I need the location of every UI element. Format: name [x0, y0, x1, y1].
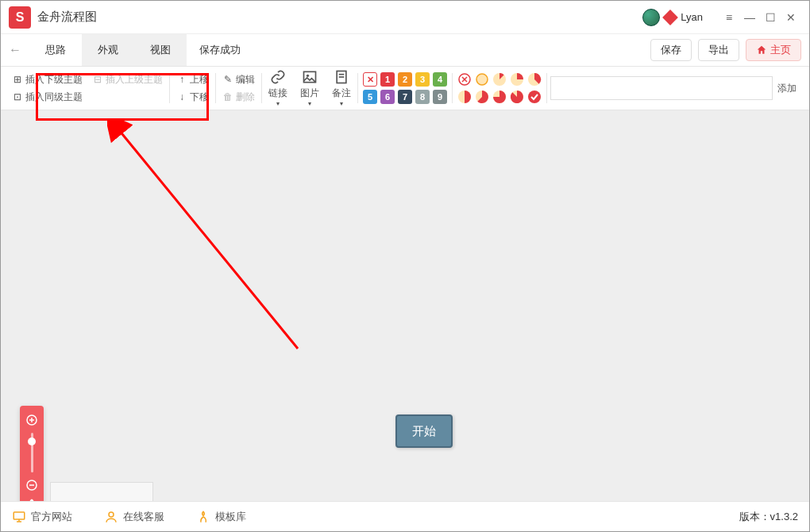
- toolbar: ⊞插入下级主题 ⊟插入上级主题 ⊡插入同级主题 ↑上移 ↓下移 ✎编辑 🗑删除 …: [1, 66, 809, 110]
- edit-icon: ✎: [222, 74, 233, 85]
- zoom-out-button[interactable]: [23, 476, 40, 494]
- up-arrow-icon: ↑: [176, 74, 187, 85]
- app-logo-icon: S: [9, 6, 31, 29]
- tab-mindmap[interactable]: 思路: [29, 34, 82, 66]
- footer: 官方网站 在线客服 模板库 版本：v1.3.2: [1, 501, 809, 531]
- progress-50-icon[interactable]: [457, 90, 472, 104]
- minimize-button[interactable]: —: [739, 7, 760, 28]
- progress-62-icon[interactable]: [475, 90, 489, 104]
- progress-circles: [453, 67, 546, 110]
- home-icon: [756, 44, 767, 56]
- badge-8[interactable]: 8: [415, 90, 430, 104]
- menu-icon[interactable]: ≡: [719, 7, 739, 28]
- progress-87-icon[interactable]: [510, 90, 524, 104]
- note-button[interactable]: 备注▾: [326, 67, 357, 110]
- main-tabs: 思路 外观 视图: [29, 34, 187, 66]
- version-label: 版本：v1.3.2: [739, 510, 798, 524]
- template-icon: [196, 510, 210, 524]
- progress-x-icon[interactable]: [457, 72, 472, 87]
- progress-37-icon[interactable]: [527, 72, 542, 87]
- badge-1[interactable]: 1: [380, 72, 395, 87]
- edit-group: ✎编辑 🗑删除: [216, 67, 261, 110]
- svg-point-6: [476, 74, 488, 85]
- template-library-link[interactable]: 模板库: [196, 510, 246, 524]
- save-button[interactable]: 保存: [650, 39, 692, 61]
- badge-2[interactable]: 2: [398, 72, 412, 87]
- customer-service-link[interactable]: 在线客服: [104, 510, 164, 524]
- search-area: 添加: [547, 67, 804, 110]
- tab-view[interactable]: 视图: [134, 34, 187, 66]
- add-label[interactable]: 添加: [773, 82, 801, 95]
- insert-sub-topic[interactable]: ⊞插入下级主题: [12, 71, 83, 88]
- home-button[interactable]: 主页: [746, 39, 801, 61]
- back-arrow-icon[interactable]: ←: [9, 43, 21, 57]
- sibling-topic-icon: ⊡: [12, 91, 23, 102]
- insert-sibling-topic[interactable]: ⊡插入同级主题: [12, 88, 163, 106]
- official-site-link[interactable]: 官方网站: [12, 510, 72, 524]
- note-icon: [334, 69, 349, 85]
- link-icon: [270, 69, 286, 85]
- close-button[interactable]: ✕: [781, 7, 801, 28]
- export-button[interactable]: 导出: [698, 39, 739, 61]
- badge-5[interactable]: 5: [363, 90, 377, 104]
- priority-badges: ✕ 1 2 3 4 5 6 7 8 9: [358, 67, 452, 110]
- progress-done-icon[interactable]: [527, 90, 542, 104]
- progress-25-icon[interactable]: [510, 72, 524, 87]
- search-input[interactable]: [550, 76, 773, 100]
- link-button[interactable]: 链接▾: [262, 67, 294, 110]
- tab-appearance[interactable]: 外观: [82, 34, 134, 66]
- badge-4[interactable]: 4: [433, 72, 447, 87]
- badge-x[interactable]: ✕: [363, 72, 377, 87]
- app-title: 金舟流程图: [37, 10, 97, 25]
- zoom-thumb[interactable]: [28, 438, 36, 445]
- delete-icon: 🗑: [222, 91, 233, 102]
- save-status: 保存成功: [187, 43, 253, 57]
- username: Lyan: [681, 11, 703, 23]
- menu-bar: ← 思路 外观 视图 保存成功 保存 导出 主页: [1, 34, 809, 66]
- progress-75-icon[interactable]: [492, 90, 507, 104]
- svg-rect-22: [14, 512, 25, 519]
- insert-group: ⊞插入下级主题 ⊟插入上级主题 ⊡插入同级主题: [6, 67, 169, 110]
- svg-point-23: [109, 512, 114, 517]
- svg-point-14: [528, 91, 541, 103]
- title-bar: S 金舟流程图 Lyan ≡ — ☐ ✕: [1, 1, 809, 34]
- badge-7[interactable]: 7: [398, 90, 412, 104]
- edit-button[interactable]: ✎编辑: [222, 71, 255, 88]
- zoom-in-button[interactable]: [23, 411, 40, 429]
- svg-point-1: [307, 75, 309, 77]
- badge-3[interactable]: 3: [415, 72, 430, 87]
- delete-button[interactable]: 🗑删除: [222, 88, 255, 106]
- maximize-button[interactable]: ☐: [760, 7, 781, 28]
- start-node[interactable]: 开始: [395, 414, 453, 448]
- image-icon: [302, 69, 318, 85]
- headset-icon: [104, 510, 118, 524]
- parent-topic-icon: ⊟: [92, 74, 103, 85]
- move-group: ↑上移 ↓下移: [170, 67, 215, 110]
- progress-12-icon[interactable]: [492, 72, 507, 87]
- badge-6[interactable]: 6: [380, 90, 395, 104]
- image-button[interactable]: 图片▾: [294, 67, 326, 110]
- progress-0-icon[interactable]: [475, 72, 489, 87]
- badge-9[interactable]: 9: [433, 90, 447, 104]
- canvas[interactable]: 开始: [1, 110, 809, 501]
- sub-topic-icon: ⊞: [12, 74, 23, 85]
- move-down[interactable]: ↓下移: [176, 88, 209, 106]
- diamond-icon: [662, 10, 678, 25]
- monitor-icon: [12, 510, 26, 524]
- avatar[interactable]: [642, 9, 660, 26]
- zoom-slider[interactable]: [31, 433, 33, 472]
- down-arrow-icon: ↓: [176, 91, 187, 102]
- insert-parent-topic[interactable]: ⊟插入上级主题: [92, 71, 163, 88]
- move-up[interactable]: ↑上移: [176, 71, 209, 88]
